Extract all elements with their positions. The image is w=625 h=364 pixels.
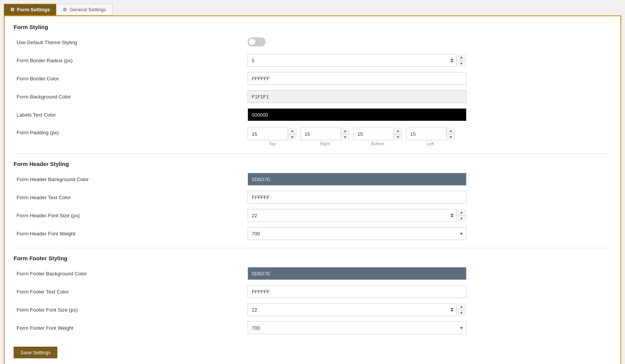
use-default-theme-toggle[interactable] <box>248 37 266 46</box>
footer-font-size-row: Form Footer Font Size (px) ▲ ▼ <box>14 303 611 316</box>
padding-left-wrapper: ▲ ▼ <box>406 127 455 140</box>
form-padding-label: Form Padding (px) <box>14 127 248 135</box>
gear-icon-general: ⚙ <box>63 7 67 12</box>
header-font-weight-select-wrapper: 400 500 600 700 800 900 <box>248 227 466 240</box>
labels-text-color-row: Labels Text Color <box>14 108 611 121</box>
divider-1 <box>14 154 611 154</box>
header-font-size-row: Form Header Font Size (px) ▲ ▼ <box>14 209 611 222</box>
padding-top-up[interactable]: ▲ <box>288 127 297 134</box>
footer-bg-color-label: Form Footer Background Color <box>14 271 248 276</box>
footer-bg-color-row: Form Footer Background Color <box>14 267 611 280</box>
padding-bottom-down[interactable]: ▼ <box>394 134 402 141</box>
use-default-theme-label: Use Default Theme Styling <box>14 40 248 45</box>
padding-top-wrapper: ▲ ▼ <box>248 127 297 140</box>
border-radius-spinners: ▲ ▼ <box>456 54 466 67</box>
tab-general-settings-label: General Settings <box>69 7 106 12</box>
form-background-color-input[interactable] <box>248 90 466 103</box>
form-border-color-input[interactable] <box>248 72 466 85</box>
padding-right-spinners: ▲ ▼ <box>340 127 349 140</box>
padding-bottom-spinners: ▲ ▼ <box>393 127 402 140</box>
header-font-weight-select[interactable]: 400 500 600 700 800 900 <box>248 227 466 240</box>
padding-bottom-up[interactable]: ▲ <box>394 127 402 134</box>
tab-form-settings-label: Form Settings <box>17 7 50 12</box>
header-text-color-row: Form Header Text Color <box>14 190 611 204</box>
padding-top-field: ▲ ▼ Top <box>248 127 297 146</box>
form-background-color-label: Form Background Color <box>14 94 248 100</box>
header-font-size-label: Form Header Font Size (px) <box>14 213 248 218</box>
form-padding-row: Form Padding (px) ▲ ▼ T <box>14 126 611 146</box>
padding-top-down[interactable]: ▼ <box>288 134 297 141</box>
padding-left-spinners: ▲ ▼ <box>446 127 455 140</box>
divider-2 <box>14 248 611 248</box>
toggle-thumb <box>249 38 256 45</box>
footer-font-size-wrapper: ▲ ▼ <box>248 303 466 316</box>
form-border-radius-label: Form Border Radius (px) <box>14 58 248 63</box>
form-header-styling-section: Form Header Styling Form Header Backgrou… <box>14 161 611 240</box>
footer-font-weight-select-wrapper: 400 500 600 700 800 900 <box>248 321 466 334</box>
header-font-size-down[interactable]: ▼ <box>456 216 466 222</box>
padding-top-label: Top <box>269 141 276 146</box>
padding-left-field: ▲ ▼ Left <box>406 127 455 146</box>
padding-right-wrapper: ▲ ▼ <box>300 127 349 140</box>
footer-text-color-input[interactable] <box>248 285 466 298</box>
form-border-color-control <box>248 72 611 85</box>
padding-right-down[interactable]: ▼ <box>341 134 349 141</box>
padding-right-field: ▲ ▼ Right <box>300 127 349 146</box>
header-font-size-input[interactable] <box>248 209 466 222</box>
form-border-radius-input[interactable] <box>248 54 466 67</box>
form-border-radius-control: ▲ ▼ <box>248 54 611 67</box>
header-font-size-wrapper: ▲ ▼ <box>248 209 466 222</box>
footer-font-size-spinners: ▲ ▼ <box>456 303 466 316</box>
header-font-size-up[interactable]: ▲ <box>456 209 466 216</box>
border-radius-up[interactable]: ▲ <box>456 54 466 61</box>
footer-text-color-row: Form Footer Text Color <box>14 285 611 298</box>
form-styling-section: Form Styling Use Default Theme Styling F… <box>14 24 611 146</box>
footer-font-size-control: ▲ ▼ <box>248 303 611 316</box>
padding-left-down[interactable]: ▼ <box>446 134 455 141</box>
padding-inputs: ▲ ▼ Top ▲ ▼ <box>248 127 611 146</box>
save-settings-button[interactable]: Save Settings <box>14 347 57 358</box>
header-bg-color-control <box>248 173 611 186</box>
footer-font-size-down[interactable]: ▼ <box>456 310 466 316</box>
header-font-weight-label: Form Header Font Weight <box>14 231 248 237</box>
header-font-weight-control: 400 500 600 700 800 900 <box>248 227 611 240</box>
main-container: Form Styling Use Default Theme Styling F… <box>4 15 621 364</box>
border-radius-down[interactable]: ▼ <box>456 61 466 67</box>
footer-font-size-up[interactable]: ▲ <box>456 303 466 310</box>
footer-font-weight-select[interactable]: 400 500 600 700 800 900 <box>248 321 466 334</box>
padding-right-up[interactable]: ▲ <box>341 127 349 134</box>
tab-bar: ⚙ Form Settings ⚙ General Settings <box>4 4 621 15</box>
tab-general-settings[interactable]: ⚙ General Settings <box>56 4 112 15</box>
toggle-track[interactable] <box>248 37 266 46</box>
padding-left-up[interactable]: ▲ <box>446 127 455 134</box>
footer-font-size-label: Form Footer Font Size (px) <box>14 307 248 313</box>
form-header-styling-title: Form Header Styling <box>14 161 611 167</box>
header-bg-color-label: Form Header Background Color <box>14 177 248 182</box>
form-footer-styling-title: Form Footer Styling <box>14 255 611 261</box>
form-styling-title: Form Styling <box>14 24 611 30</box>
use-default-theme-row: Use Default Theme Styling <box>14 35 611 49</box>
footer-font-weight-row: Form Footer Font Weight 400 500 600 700 … <box>14 321 611 335</box>
footer-font-weight-control: 400 500 600 700 800 900 <box>248 321 611 334</box>
header-bg-color-input[interactable] <box>248 173 466 186</box>
border-radius-wrapper: ▲ ▼ <box>248 54 466 67</box>
header-font-size-control: ▲ ▼ <box>248 209 611 222</box>
padding-bottom-wrapper: ▲ ▼ <box>353 127 402 140</box>
header-bg-color-row: Form Header Background Color <box>14 172 611 186</box>
labels-text-color-input[interactable] <box>248 108 466 121</box>
labels-text-color-label: Labels Text Color <box>14 112 248 118</box>
gear-icon-form: ⚙ <box>10 7 15 12</box>
form-footer-styling-section: Form Footer Styling Form Footer Backgrou… <box>14 255 611 335</box>
tab-form-settings[interactable]: ⚙ Form Settings <box>4 4 56 15</box>
footer-font-size-input[interactable] <box>248 303 466 316</box>
form-background-color-row: Form Background Color <box>14 90 611 103</box>
padding-top-spinners: ▲ ▼ <box>288 127 297 140</box>
header-text-color-input[interactable] <box>248 191 466 204</box>
padding-bottom-label: Bottom <box>371 141 385 146</box>
form-border-color-label: Form Border Color <box>14 76 248 81</box>
footer-bg-color-input[interactable] <box>248 267 466 280</box>
header-font-size-spinners: ▲ ▼ <box>456 209 466 222</box>
header-text-color-control <box>248 191 611 204</box>
footer-text-color-control <box>248 285 611 298</box>
form-border-color-row: Form Border Color <box>14 72 611 85</box>
